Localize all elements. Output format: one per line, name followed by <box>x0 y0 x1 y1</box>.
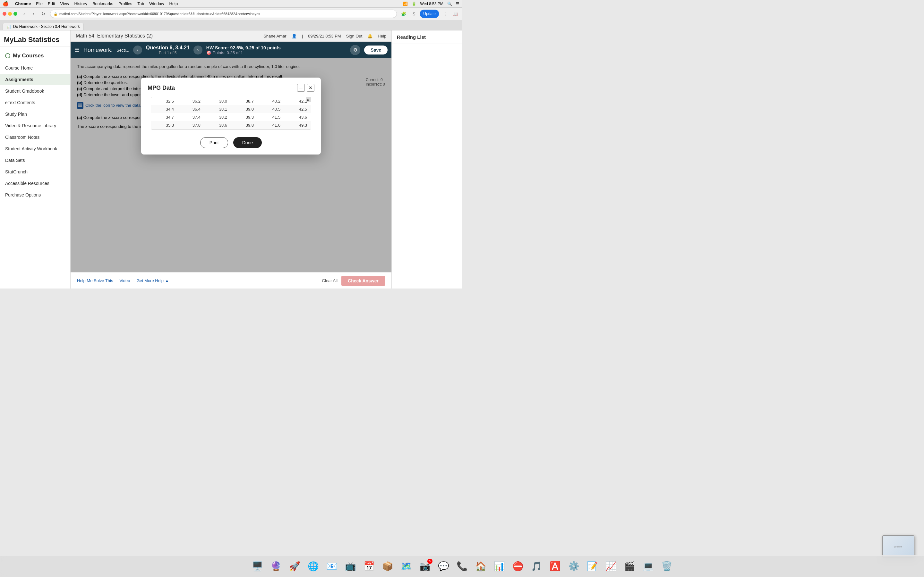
hamburger-menu-icon[interactable]: ☰ <box>74 47 79 53</box>
sidebar-item-etext[interactable]: eText Contents <box>0 97 70 108</box>
settings-button[interactable]: ⚙ <box>350 45 360 55</box>
hw-toolbar: ☰ Homework: Secti... ‹ Question 6, 3.4.2… <box>71 42 391 58</box>
modal-header: MPG Data ─ ✕ <box>148 84 314 92</box>
fullscreen-window-button[interactable] <box>13 12 17 16</box>
sign-out-link[interactable]: Sign Out <box>346 34 363 39</box>
search-icon[interactable]: 🔍 <box>447 2 452 6</box>
sidebar-item-course-home[interactable]: Course Home <box>0 62 70 74</box>
more-options-button[interactable]: ⋮ <box>441 10 449 18</box>
menu-tab[interactable]: Tab <box>137 1 144 6</box>
table-cell: 35.3 <box>151 121 178 129</box>
sidebar-logo: MyLab Statistics <box>0 31 70 47</box>
save-button[interactable]: Save <box>364 45 388 55</box>
apple-menu[interactable]: 🍎 <box>3 1 9 7</box>
menu-help[interactable]: Help <box>170 1 178 6</box>
forward-button[interactable]: › <box>29 10 38 18</box>
profile-button[interactable]: S <box>410 10 418 18</box>
main-content: MyLab Statistics My Courses Course Home … <box>0 31 462 288</box>
sidebar-item-accessible[interactable]: Accessible Resources <box>0 177 70 189</box>
right-panel: Reading List <box>391 31 462 288</box>
menu-profiles[interactable]: Profiles <box>118 1 132 6</box>
sidebar-item-video-library[interactable]: Video & Resource Library <box>0 120 70 131</box>
mpg-data-table: 32.536.238.038.740.242.134.436.438.139.0… <box>151 97 311 129</box>
menubar-right: 📶 🔋 Wed 8:53 PM 🔍 ☰ <box>403 2 459 6</box>
wifi-icon: 📶 <box>403 2 408 6</box>
question-part-label: Part 1 of 5 <box>146 51 190 55</box>
mathxl-area: Math 54: Elementary Statistics (2) Shane… <box>71 31 391 288</box>
extensions-button[interactable]: 🧩 <box>399 10 408 18</box>
previous-question-button[interactable]: ‹ <box>133 45 142 55</box>
target-icon: 🎯 <box>206 50 212 55</box>
reading-list-toggle[interactable]: 📖 <box>451 10 459 18</box>
address-text: mathxl.com/Student/PlayerHomework.aspx?h… <box>59 12 260 16</box>
clear-all-button[interactable]: Clear All <box>322 278 338 283</box>
menu-window[interactable]: Window <box>149 1 164 6</box>
sidebar-item-data-sets[interactable]: Data Sets <box>0 155 70 166</box>
menu-edit[interactable]: Edit <box>48 1 55 6</box>
sidebar-item-statcrunch[interactable]: StatCrunch <box>0 166 70 177</box>
active-tab[interactable]: 📊 Do Homework - Section 3.4 Homework <box>3 23 84 30</box>
check-answer-button[interactable]: Check Answer <box>341 276 385 286</box>
browser-actions: 🧩 S Update ⋮ 📖 <box>399 10 459 18</box>
table-expand-button[interactable]: ⊞ <box>306 97 311 102</box>
mathxl-user-info: Shane Amar 👤 | 09/29/21 8:53 PM Sign Out… <box>263 34 386 39</box>
video-link[interactable]: Video <box>120 278 130 283</box>
sidebar-item-gradebook[interactable]: Student Gradebook <box>0 85 70 97</box>
bell-icon[interactable]: 🔔 <box>367 34 373 39</box>
sidebar-item-student-activity[interactable]: Student Activity Workbook <box>0 143 70 155</box>
address-bar[interactable]: 🔒 mathxl.com/Student/PlayerHomework.aspx… <box>50 10 397 18</box>
table-row: 32.536.238.038.740.242.1 <box>151 97 311 105</box>
minimize-window-button[interactable] <box>8 12 12 16</box>
menu-history[interactable]: History <box>74 1 87 6</box>
sidebar-item-purchase[interactable]: Purchase Options <box>0 189 70 201</box>
sidebar-item-accessible-label: Accessible Resources <box>5 181 49 186</box>
table-cell: 38.7 <box>231 97 258 105</box>
mac-menubar: 🍎 Chrome File Edit View History Bookmark… <box>0 0 462 8</box>
user-profile-icon[interactable]: 👤 <box>292 34 297 39</box>
table-cell: 36.4 <box>178 105 204 113</box>
modal-close-button[interactable]: ✕ <box>307 84 314 92</box>
table-cell: 32.5 <box>151 97 178 105</box>
close-window-button[interactable] <box>3 12 6 16</box>
next-question-button[interactable]: › <box>194 45 202 55</box>
menu-bookmarks[interactable]: Bookmarks <box>92 1 113 6</box>
battery-icon: 🔋 <box>412 2 417 6</box>
sidebar-item-course-home-label: Course Home <box>5 65 33 71</box>
update-button[interactable]: Update <box>420 10 439 18</box>
sidebar-item-assignments[interactable]: Assignments <box>0 74 70 85</box>
done-button[interactable]: Done <box>233 137 262 148</box>
bottom-left: Help Me Solve This Video Get More Help ▲ <box>77 278 169 283</box>
table-cell: 43.6 <box>284 113 311 121</box>
sidebar-item-classroom-notes-label: Classroom Notes <box>5 135 39 140</box>
sidebar-item-study-plan[interactable]: Study Plan <box>0 108 70 120</box>
back-button[interactable]: ‹ <box>20 10 28 18</box>
reload-button[interactable]: ↻ <box>39 10 47 18</box>
hw-points-display: 🎯 Points: 0.25 of 1 <box>206 50 281 55</box>
menu-view[interactable]: View <box>60 1 69 6</box>
table-cell: 39.3 <box>231 113 258 121</box>
control-center-icon[interactable]: ☰ <box>456 2 459 6</box>
get-more-help-icon: ▲ <box>165 278 169 283</box>
table-row: 34.436.438.139.040.542.5 <box>151 105 311 113</box>
sidebar-item-classroom-notes[interactable]: Classroom Notes <box>0 131 70 143</box>
question-title: Question 6, 3.4.21 <box>146 45 190 51</box>
traffic-lights <box>3 12 17 16</box>
sidebar-item-purchase-label: Purchase Options <box>5 192 41 197</box>
menu-file[interactable]: File <box>36 1 43 6</box>
menu-chrome[interactable]: Chrome <box>15 1 31 6</box>
sidebar-item-statcrunch-label: StatCrunch <box>5 169 27 174</box>
print-button[interactable]: Print <box>200 137 228 148</box>
help-link[interactable]: Help <box>378 34 386 39</box>
sidebar-nav: My Courses Course Home Assignments Stude… <box>0 47 70 203</box>
modal-minimize-button[interactable]: ─ <box>297 84 305 92</box>
get-more-help-link[interactable]: Get More Help ▲ <box>137 278 169 283</box>
my-courses-label: My Courses <box>13 53 44 59</box>
browser-chrome: ‹ › ↻ 🔒 mathxl.com/Student/PlayerHomewor… <box>0 8 462 31</box>
table-cell: 38.1 <box>204 105 231 113</box>
help-me-solve-link[interactable]: Help Me Solve This <box>77 278 113 283</box>
table-cell: 34.4 <box>151 105 178 113</box>
sidebar-item-my-courses[interactable]: My Courses <box>0 49 70 62</box>
sidebar-item-data-sets-label: Data Sets <box>5 158 25 163</box>
modal-overlay: MPG Data ─ ✕ 32.536.238.038.740.242.134.… <box>71 58 391 272</box>
table-cell: 49.3 <box>284 121 311 129</box>
